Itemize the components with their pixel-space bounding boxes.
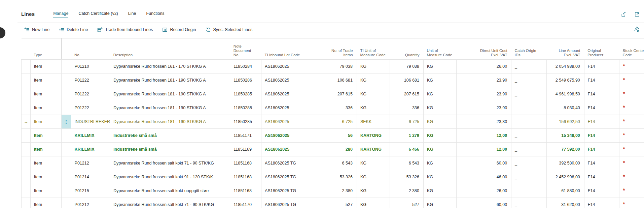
cell-catch[interactable]: _ [511,156,547,170]
column-header-qty[interactable]: Quantity [390,38,423,60]
cell-type[interactable]: Item [30,198,61,208]
cell-no[interactable]: P01210 [71,60,110,73]
cell-qty[interactable]: 6 543 [390,156,423,170]
cell-lot[interactable]: AS18062025 [261,129,319,143]
cell-stock[interactable]: * [619,129,644,143]
cell-producer[interactable]: F14 [584,60,619,73]
cell-type[interactable]: Item [30,60,61,73]
cell-tiuom[interactable]: SEKK [357,115,390,129]
cell-qty[interactable]: 6 725 [390,115,423,129]
cell-uom[interactable]: KG [424,73,457,87]
cell-qty[interactable]: 207 615 [390,87,423,101]
cell-dots[interactable] [61,129,71,143]
cell-note[interactable]: 11851168 [230,170,261,184]
cell-stock[interactable]: * [619,115,644,129]
column-header-producer[interactable]: Original Producer [584,38,619,60]
cell-dots[interactable] [61,184,71,198]
cell-note[interactable]: 11850285 [230,87,261,101]
column-header-catch[interactable]: Catch Origin IDs [511,38,547,60]
cell-lot[interactable]: AS18062025 [261,73,319,87]
cell-uom[interactable]: KG [424,143,457,156]
cell-selector[interactable] [22,156,31,170]
cell-uom[interactable]: KG [424,129,457,143]
tab-manage[interactable]: Manage [53,11,68,17]
cell-no[interactable]: P01222 [71,73,110,87]
cell-lot[interactable]: AS18062025 [261,87,319,101]
column-header-uom[interactable]: Unit of Measure Code [424,38,457,60]
column-header-description[interactable]: Description [110,38,230,60]
cell-type[interactable]: Item [30,184,61,198]
cell-no[interactable]: KRILLMIX [71,143,110,156]
cell-dots[interactable] [61,170,71,184]
column-header-tiuom[interactable]: TI Unit of Measure Code [357,38,390,60]
cell-tiuom[interactable]: KG [357,184,390,198]
cell-note[interactable]: 11851169 [230,143,261,156]
cell-stock[interactable]: * [619,184,644,198]
cell-lot[interactable]: AS18062025 TG [261,156,319,170]
cell-description[interactable]: Dypvannsreke Rund frossen 181 - 190 STK/… [110,87,230,101]
cell-qty[interactable]: 336 [390,101,423,115]
cell-lot[interactable]: AS18062025 TG [261,198,319,208]
cell-amount[interactable]: 2 452 996,00 [547,170,584,184]
cell-stock[interactable]: * [619,73,644,87]
column-header-stock[interactable]: Stock Center Code [619,38,644,60]
cell-description[interactable]: Dypvannsreke Rund frossen salt kokt 91 -… [110,170,230,184]
cell-qty[interactable]: 2 380 [390,184,423,198]
cell-description[interactable]: Dypvannsreke Rund frossen 181 - 190 STK/… [110,101,230,115]
cell-stock[interactable]: * [619,198,644,208]
cell-dots[interactable] [61,87,71,101]
cell-uom[interactable]: KG [424,198,457,208]
cell-trade[interactable]: 53 326 [319,170,357,184]
cell-tiuom[interactable]: KG [357,60,390,73]
cell-type[interactable]: Item [30,129,61,143]
new-line-button[interactable]: New Line [24,27,49,32]
column-header-no[interactable]: No. [71,38,110,60]
share-icon[interactable] [620,11,627,18]
cell-description[interactable]: Dypvannsreke Rund frossen salt kokt 71 -… [110,156,230,170]
cell-note[interactable]: 11851170 [230,198,261,208]
cell-producer[interactable]: F14 [584,87,619,101]
cell-cost[interactable]: 60,00 [457,198,511,208]
cell-type[interactable]: Item [30,101,61,115]
cell-amount[interactable]: 8 030,40 [547,101,584,115]
cell-tiuom[interactable]: KG [357,170,390,184]
cell-qty[interactable]: 6 466 [390,143,423,156]
cell-description[interactable]: Dypvannsreke Rund frossen salt kokt uopp… [110,184,230,198]
cell-producer[interactable]: F14 [584,73,619,87]
cell-catch[interactable]: _ [511,184,547,198]
cell-note[interactable]: 11850285 [230,101,261,115]
cell-dots[interactable] [61,143,71,156]
side-panel-handle[interactable] [0,27,5,38]
cell-cost[interactable]: 23,90 [457,73,511,87]
cell-no[interactable]: P01214 [71,170,110,184]
cell-cost[interactable]: 23,30 [457,115,511,129]
cell-uom[interactable]: KG [424,101,457,115]
cell-cost[interactable]: 23,90 [457,87,511,101]
cell-selector[interactable]: → [22,115,31,129]
cell-note[interactable]: 11851171 [230,129,261,143]
cell-description[interactable]: Dypvannsreke Rund frossen 181 - 190 STK/… [110,73,230,87]
cell-dots[interactable] [61,73,71,87]
cell-trade[interactable]: 79 038 [319,60,357,73]
tab-line[interactable]: Line [128,11,136,17]
cell-type[interactable]: Item [30,73,61,87]
cell-catch[interactable]: _ [511,198,547,208]
cell-catch[interactable]: _ [511,143,547,156]
cell-amount[interactable]: 15 348,00 [547,129,584,143]
cell-description[interactable]: Dypvannsreke Rund frossen salt kokt 71 -… [110,198,230,208]
cell-dots[interactable] [61,198,71,208]
cell-lot[interactable]: AS18062025 [261,143,319,156]
cell-selector[interactable] [22,129,31,143]
cell-note[interactable]: 11850284 [230,60,261,73]
cell-selector[interactable] [22,101,31,115]
cell-producer[interactable]: F14 [584,198,619,208]
cell-uom[interactable]: KG [424,170,457,184]
cell-stock[interactable]: * [619,101,644,115]
cell-tiuom[interactable]: KG [357,198,390,208]
cell-lot[interactable]: AS18062025 [261,101,319,115]
cell-selector[interactable] [22,170,31,184]
cell-amount[interactable]: 2 549 675,90 [547,73,584,87]
cell-catch[interactable]: _ [511,115,547,129]
cell-cost[interactable]: 23,90 [457,101,511,115]
cell-no[interactable]: INDUSTRI REKER [71,115,110,129]
